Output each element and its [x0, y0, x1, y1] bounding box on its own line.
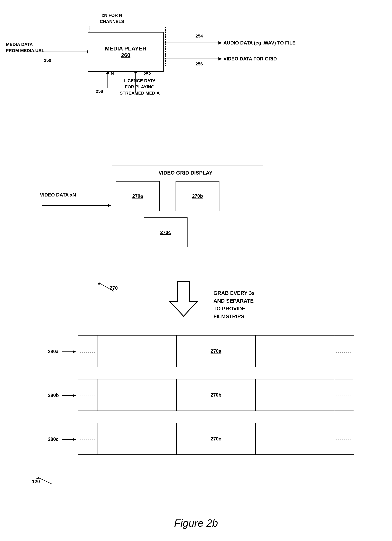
filmstrip-c-ellipsis-right: ........: [334, 423, 354, 454]
video-cell-270c-grid: 270c: [144, 218, 188, 247]
diagram1-arrows: [0, 0, 392, 120]
ref-254: 254: [195, 33, 203, 39]
video-grid-title: VIDEO GRID DISPLAY: [132, 169, 239, 176]
ref-258: 258: [96, 89, 103, 94]
licence-label: LICENCE DATA FOR PLAYING STREAMED MEDIA: [120, 78, 160, 96]
down-arrow: [164, 281, 204, 317]
svg-line-13: [100, 283, 114, 291]
filmstrip-c-empty-right: [255, 423, 334, 454]
video-data-xn-label: VIDEO DATA xN: [40, 192, 76, 198]
filmstrip-c-empty-left: [98, 423, 177, 454]
svg-marker-4: [219, 41, 222, 44]
grab-label: GRAB EVERY 3s AND SEPARATE TO PROVIDE FI…: [214, 289, 255, 320]
filmstrip-row-a: ........ 270a ........: [78, 335, 354, 367]
filmstrip-a-ellipsis-right: ........: [334, 336, 354, 367]
media-data-label: MEDIA DATA FROM MEDIA URL: [6, 42, 44, 54]
ref-252: 252: [144, 71, 151, 77]
figure-label: Figure 2b: [0, 517, 392, 529]
svg-marker-15: [170, 281, 198, 316]
filmstrip-row-c: ........ 270c ........: [78, 423, 354, 455]
filmstrip-c-ellipsis-left: ........: [78, 423, 98, 454]
filmstrip-c-center: 270c: [177, 423, 256, 454]
arrow-280a: [62, 349, 78, 355]
media-player-box: MEDIA PLAYER 260: [88, 32, 164, 72]
svg-marker-21: [73, 438, 76, 441]
filmstrip-b-empty-left: [98, 380, 177, 411]
n-label: N: [111, 71, 114, 76]
filmstrip-b-empty-right: [255, 380, 334, 411]
arrow-280c: [62, 437, 78, 442]
svg-marker-6: [219, 57, 222, 60]
filmstrip-a-ellipsis-left: ........: [78, 336, 98, 367]
video-cell-270b-grid: 270b: [176, 181, 220, 211]
ref-250: 250: [44, 58, 51, 63]
filmstrip-b-ellipsis-left: ........: [78, 380, 98, 411]
svg-marker-19: [73, 394, 76, 397]
filmstrip-b-center: 270b: [177, 380, 256, 411]
media-player-num: 260: [121, 52, 131, 58]
xn-channels-label: xN FOR N CHANNELS: [100, 12, 124, 25]
media-player-title: MEDIA PLAYER: [105, 45, 146, 52]
video-cell-270a-grid: 270a: [116, 181, 160, 211]
filmstrip-a-empty-right: [255, 336, 334, 367]
audio-data-label: AUDIO DATA (eg .WAV) TO FILE: [223, 40, 295, 46]
svg-line-22: [38, 478, 52, 484]
filmstrip-row-b: ........ 270b ........: [78, 379, 354, 411]
ref-256: 256: [195, 62, 203, 67]
video-data-label: VIDEO DATA FOR GRID: [223, 55, 277, 62]
ref-280c: 280c: [48, 437, 58, 442]
filmstrip-a-center: 270a: [177, 336, 256, 367]
filmstrip-a-empty-left: [98, 336, 177, 367]
video-data-arrow: [40, 199, 116, 211]
ref-280b: 280b: [48, 393, 59, 398]
filmstrip-b-ellipsis-right: ........: [334, 380, 354, 411]
svg-marker-17: [73, 350, 76, 353]
svg-marker-12: [108, 204, 111, 207]
arrow-280b: [62, 393, 78, 399]
diagram-container: xN FOR N CHANNELS MEDIA PLAYER 260 MEDIA…: [0, 0, 392, 541]
arrow-120: [36, 476, 55, 486]
ref270-arrow: [96, 279, 120, 295]
ref-280a: 280a: [48, 349, 58, 354]
